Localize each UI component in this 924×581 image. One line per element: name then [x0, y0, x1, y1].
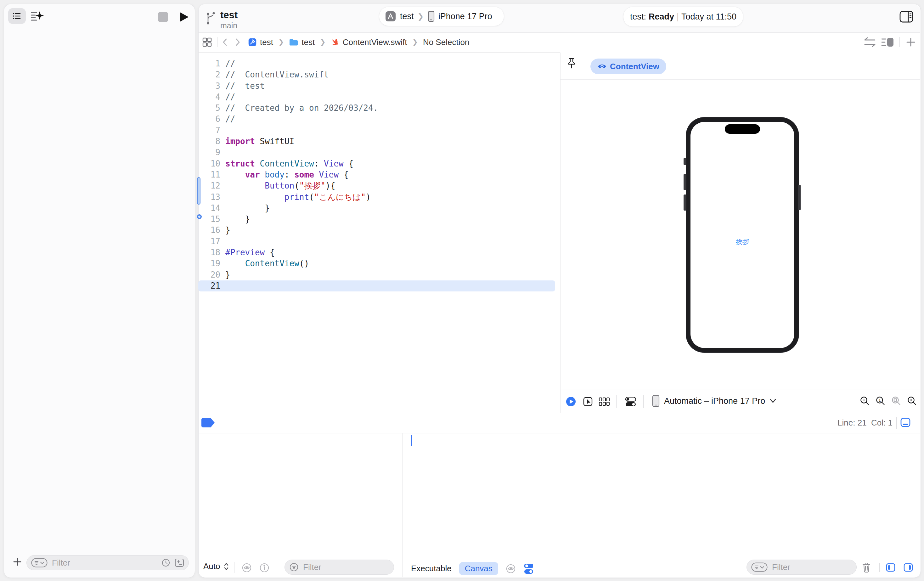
canvas-pill[interactable]: Canvas — [459, 562, 498, 575]
line-number[interactable]: 6 — [198, 114, 220, 125]
sidebar-toggle-button[interactable] — [8, 8, 26, 24]
code-line[interactable]: 9 — [198, 147, 560, 158]
line-source: // Created by a on 2026/03/24. — [220, 102, 378, 114]
code-line[interactable]: 2// ContentView.swift — [198, 69, 560, 80]
change-dot[interactable] — [197, 215, 202, 219]
code-line[interactable]: 6// — [198, 114, 560, 125]
pin-preview-button[interactable] — [566, 57, 577, 70]
code-editor[interactable]: 1//2// ContentView.swift3// test4//5// C… — [198, 58, 560, 291]
code-line[interactable]: 3// test — [198, 81, 560, 92]
editor-options-button[interactable] — [881, 36, 894, 48]
iphone-icon — [652, 394, 660, 407]
device-settings-button[interactable] — [625, 396, 636, 407]
source-control-status[interactable]: test main — [205, 10, 238, 30]
code-line[interactable]: 14 } — [198, 203, 560, 214]
variables-pane-toggle[interactable] — [886, 563, 896, 572]
scheme-selector[interactable]: test ❯ iPhone 17 Pro — [379, 7, 504, 26]
code-line[interactable]: 7 — [198, 125, 560, 136]
preview-chip[interactable]: ContentView — [591, 59, 666, 74]
code-line[interactable]: 10struct ContentView: View { — [198, 158, 560, 169]
line-number[interactable]: 13 — [198, 191, 220, 203]
code-line[interactable]: 16} — [198, 225, 560, 236]
code-line[interactable]: 19 ContentView() — [198, 258, 560, 269]
line-number[interactable]: 16 — [198, 225, 220, 236]
debugger-toggles-icon[interactable] — [523, 563, 534, 575]
console-pane-toggle[interactable] — [903, 563, 913, 572]
code-line[interactable]: 18#Preview { — [198, 247, 560, 258]
crumb-file[interactable]: ContentView.swift — [343, 38, 407, 47]
code-line[interactable]: 13 print("こんにちは") — [198, 191, 560, 203]
zoom-100-button[interactable]: 1 — [876, 396, 886, 406]
line-number[interactable]: 10 — [198, 158, 220, 169]
zoom-out-button[interactable] — [860, 396, 870, 406]
line-number[interactable]: 19 — [198, 258, 220, 269]
device-screen[interactable]: 挨拶 — [690, 122, 794, 348]
code-line[interactable]: 11 var body: some View { — [198, 169, 560, 180]
forward-button[interactable] — [234, 38, 242, 46]
xcode-project-icon[interactable] — [248, 38, 257, 46]
debug-area-toggle[interactable] — [900, 418, 911, 427]
sparkle-list-icon — [30, 10, 45, 23]
line-number[interactable]: 7 — [198, 125, 220, 136]
line-number[interactable]: 8 — [198, 136, 220, 147]
preview-device-selector[interactable]: Automatic – iPhone 17 Pro — [652, 394, 776, 407]
inspector-toggle-button[interactable] — [899, 10, 914, 23]
line-number[interactable]: 15 — [198, 214, 220, 225]
line-number[interactable]: 1 — [198, 58, 220, 69]
ai-assistant-button[interactable] — [30, 10, 45, 23]
code-line[interactable]: 5// Created by a on 2026/03/24. — [198, 102, 560, 114]
line-number[interactable]: 3 — [198, 81, 220, 92]
crumb-project[interactable]: test — [260, 38, 273, 47]
chevron-right-icon: ❯ — [276, 38, 286, 46]
code-line[interactable]: 17 — [198, 236, 560, 247]
zoom-in-button[interactable] — [907, 396, 917, 406]
line-number[interactable]: 21 — [198, 281, 220, 291]
variables-filter-field[interactable]: Filter — [284, 560, 394, 575]
console-filter-field[interactable]: Filter — [746, 560, 856, 575]
zoom-fit-button[interactable] — [891, 396, 901, 406]
line-source: } — [220, 214, 250, 225]
add-item-button[interactable] — [12, 556, 23, 567]
code-line[interactable]: 15 } — [198, 214, 560, 225]
code-line[interactable]: 8import SwiftUI — [198, 136, 560, 147]
folder-icon[interactable] — [289, 38, 299, 46]
crumb-folder[interactable]: test — [302, 38, 315, 47]
back-button[interactable] — [221, 38, 229, 46]
line-number[interactable]: 4 — [198, 92, 220, 102]
line-number[interactable]: 2 — [198, 69, 220, 80]
code-line[interactable]: 1// — [198, 58, 560, 69]
variables-scope-selector[interactable]: Auto — [203, 561, 229, 571]
line-number[interactable]: 17 — [198, 236, 220, 247]
change-bar[interactable] — [197, 177, 200, 205]
code-line[interactable]: 12 Button("挨拶"){ — [198, 180, 560, 191]
code-line[interactable]: 21 — [198, 281, 555, 291]
line-number[interactable]: 5 — [198, 102, 220, 114]
swap-editor-button[interactable] — [864, 36, 876, 48]
swift-file-icon[interactable] — [331, 38, 340, 46]
eye-circle-icon[interactable] — [506, 564, 516, 574]
console-io-selector[interactable]: Executable Canvas — [411, 562, 534, 575]
live-preview-button[interactable] — [566, 396, 576, 407]
add-editor-button[interactable] — [906, 37, 916, 47]
sidebar-filter-field[interactable]: Filter — [26, 555, 189, 570]
info-button[interactable] — [259, 563, 269, 573]
line-number[interactable]: 14 — [198, 203, 220, 214]
code-line[interactable]: 20} — [198, 269, 560, 281]
line-number[interactable]: 18 — [198, 247, 220, 258]
activity-status[interactable]: test: Ready | Today at 11:50 — [623, 7, 743, 27]
crumb-selection[interactable]: No Selection — [423, 38, 469, 47]
selectable-mode-button[interactable] — [583, 396, 593, 407]
stop-button[interactable] — [158, 12, 168, 22]
line-number[interactable]: 12 — [198, 180, 220, 191]
show-values-button[interactable] — [242, 563, 252, 573]
preview-button[interactable]: 挨拶 — [690, 238, 794, 246]
line-number[interactable]: 20 — [198, 269, 220, 281]
line-number[interactable]: 11 — [198, 169, 220, 180]
variants-button[interactable] — [599, 397, 610, 406]
line-number[interactable]: 9 — [198, 147, 220, 158]
clear-console-button[interactable] — [862, 562, 871, 573]
code-line[interactable]: 4// — [198, 92, 560, 102]
run-button[interactable] — [179, 12, 190, 23]
editor-grid-button[interactable] — [202, 37, 212, 47]
grid-six-icon — [599, 397, 610, 406]
